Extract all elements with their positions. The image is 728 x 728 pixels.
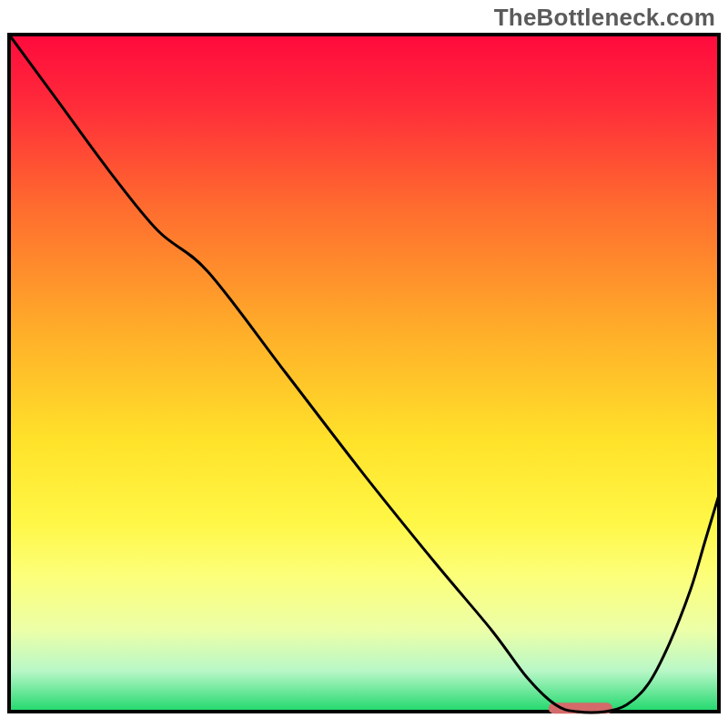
- watermark-text: TheBottleneck.com: [494, 4, 715, 32]
- bottleneck-chart: TheBottleneck.com: [0, 0, 728, 728]
- chart-svg: [0, 0, 728, 728]
- plot-background: [9, 35, 719, 712]
